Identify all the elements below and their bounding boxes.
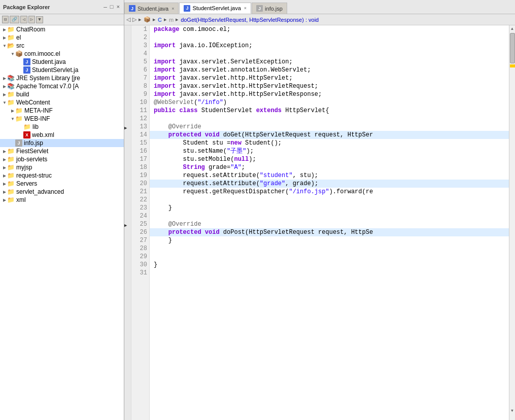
line-number-11: 11 <box>131 107 149 115</box>
minimize-icon[interactable]: — <box>102 4 108 10</box>
sidebar-item-xml[interactable]: ▶📁xml <box>0 196 124 204</box>
tree-arrow[interactable]: ▶ <box>2 182 7 186</box>
line-number-19: 19 <box>131 171 149 180</box>
scroll-down-arrow[interactable]: ▼ <box>510 407 514 414</box>
code-line-6: import javax.servlet.annotation.WebServl… <box>150 66 509 74</box>
scroll-thumb[interactable] <box>510 33 515 63</box>
folder-icon: 📁 <box>15 115 23 122</box>
folder-icon: 📁 <box>7 196 15 203</box>
sidebar-item-myjsp[interactable]: ▶📁myjsp <box>0 163 124 171</box>
code-line-2 <box>150 33 509 42</box>
nav-forward-icon[interactable]: ▷ <box>28 16 35 23</box>
nav-next-icon[interactable]: ▷ <box>132 16 136 23</box>
sidebar-item-el[interactable]: ▶📁el <box>0 33 124 42</box>
tree-arrow[interactable]: ▼ <box>2 44 7 48</box>
sidebar-item-job-servlets[interactable]: ▶📁job-servlets <box>0 155 124 163</box>
tree-item-label: Apache Tomcat v7.0 [A <box>16 83 79 90</box>
line-number-22: 22 <box>131 196 149 204</box>
tree-item-label: servlet_advanced <box>16 188 64 195</box>
breakpoint-marker: ▶ <box>124 222 130 227</box>
line-number-10: 10 <box>131 98 149 107</box>
close-icon[interactable]: × <box>115 4 121 10</box>
code-line-5: import javax.servlet.ServletException; <box>150 58 509 66</box>
gutter-line-16 <box>124 147 131 155</box>
tree-arrow[interactable]: ▶ <box>2 173 7 178</box>
view-menu-icon[interactable]: ▼ <box>36 16 43 23</box>
sidebar-item-lib[interactable]: 📁lib <box>0 123 124 131</box>
tree-arrow[interactable]: ▼ <box>10 117 15 121</box>
tab-file-icon: J <box>129 5 135 12</box>
link-editor-icon[interactable]: 🔗 <box>10 16 19 23</box>
nav-prev-icon[interactable]: ◁ <box>126 16 130 23</box>
breadcrumb-sep2: ▸ <box>153 16 156 23</box>
sidebar-item-build[interactable]: ▶📁build <box>0 90 124 98</box>
xml-file-icon: X <box>23 131 30 138</box>
sidebar-item-WebContent[interactable]: ▼📁WebContent <box>0 98 124 107</box>
sidebar-item-FiestServlet[interactable]: ▶📁FiestServlet <box>0 147 124 155</box>
editor-tab-info_jsp[interactable]: Jinfo.jsp <box>252 3 287 14</box>
gutter-line-21 <box>124 188 131 196</box>
code-line-28 <box>150 244 509 253</box>
tab-file-icon: J <box>256 5 263 12</box>
line-number-24: 24 <box>131 212 149 220</box>
tab-close-icon[interactable]: × <box>171 6 174 11</box>
tree-arrow[interactable]: ▶ <box>2 165 7 170</box>
line-number-27: 27 <box>131 236 149 244</box>
tree-arrow[interactable]: ▶ <box>2 198 7 202</box>
sidebar-item-web.xml[interactable]: Xweb.xml <box>0 131 124 139</box>
code-line-23: } <box>150 204 509 212</box>
sidebar-item-chatroom[interactable]: ▶📁ChatRoom <box>0 25 124 33</box>
tree-arrow[interactable]: ▶ <box>2 76 7 81</box>
code-line-14: protected void doGet(HttpServletRequest … <box>150 131 509 139</box>
gutter-line-27 <box>124 236 131 244</box>
tab-label: Student.java <box>138 6 168 12</box>
tree-arrow[interactable]: ▼ <box>2 100 7 105</box>
sidebar-item-request-struc[interactable]: ▶📁request-struc <box>0 171 124 180</box>
sidebar-item-META-INF[interactable]: ▶📁META-INF <box>0 107 124 115</box>
gutter-line-19 <box>124 171 131 180</box>
line-number-15: 15 <box>131 139 149 147</box>
code-content[interactable]: package com.imooc.el; import java.io.IOE… <box>150 25 509 420</box>
vertical-scrollbar[interactable]: ▲ ▼ <box>509 25 515 420</box>
sidebar-item-src[interactable]: ▼📂src <box>0 42 124 50</box>
editor-tabs: JStudent.java×JStudentServlet.java×Jinfo… <box>124 0 515 14</box>
tree-arrow[interactable]: ▶ <box>2 84 7 89</box>
tree-arrow[interactable]: ▶ <box>2 92 7 97</box>
editor-tab-Student_java[interactable]: JStudent.java× <box>124 3 179 14</box>
code-line-18: String grade="A"; <box>150 163 509 171</box>
maximize-icon[interactable]: □ <box>109 4 115 10</box>
sidebar-item-WEB-INF[interactable]: ▼📁WEB-INF <box>0 115 124 123</box>
sidebar-item-Student.java[interactable]: JStudent.java <box>0 58 124 66</box>
sidebar-item-Servers[interactable]: ▶📁Servers <box>0 180 124 188</box>
sidebar-item-tomcat[interactable]: ▶📚Apache Tomcat v7.0 [A <box>0 82 124 90</box>
tree-arrow[interactable]: ▶ <box>2 149 7 154</box>
code-line-10: @WebServlet("/info") <box>150 98 509 107</box>
sidebar-item-jre[interactable]: ▶📚JRE System Library [jre <box>0 74 124 82</box>
tree-arrow[interactable]: ▶ <box>2 157 7 162</box>
line-number-14: 14 <box>131 131 149 139</box>
folder-icon: 📁 <box>7 34 15 41</box>
tree-arrow[interactable]: ▶ <box>2 36 7 40</box>
gutter-line-7 <box>124 74 131 82</box>
sidebar-title: Package Explorer <box>3 4 50 10</box>
breadcrumb-class-icon: C <box>158 17 162 23</box>
sidebar-item-com.imooc.el[interactable]: ▼📦com.imooc.el <box>0 50 124 58</box>
nav-back-icon[interactable]: ◁ <box>20 16 27 23</box>
tree-arrow[interactable]: ▶ <box>10 109 15 113</box>
tree-arrow[interactable]: ▶ <box>2 27 7 32</box>
editor-tab-StudentServlet_java[interactable]: JStudentServlet.java× <box>179 3 251 14</box>
scroll-up-arrow[interactable]: ▲ <box>510 25 514 32</box>
tree-arrow[interactable]: ▼ <box>10 52 15 56</box>
line-numbers: 1234567891011121314151617181920212223242… <box>131 25 150 420</box>
tree-arrow[interactable]: ▶ <box>2 190 7 194</box>
gutter-line-4 <box>124 50 131 58</box>
sidebar-item-info.jsp[interactable]: Jinfo.jsp <box>0 139 124 147</box>
tab-close-icon[interactable]: × <box>244 6 247 11</box>
line-number-7: 7 <box>131 74 149 82</box>
collapse-all-icon[interactable]: ⊟ <box>2 16 9 23</box>
sidebar-item-servlet_advanced[interactable]: ▶📁servlet_advanced <box>0 188 124 196</box>
gutter: ▶▶ <box>124 25 131 420</box>
tree-item-label: web.xml <box>32 131 54 138</box>
sidebar-item-StudentServlet.java[interactable]: JStudentServlet.ja <box>0 66 124 74</box>
gutter-line-29 <box>124 253 131 261</box>
